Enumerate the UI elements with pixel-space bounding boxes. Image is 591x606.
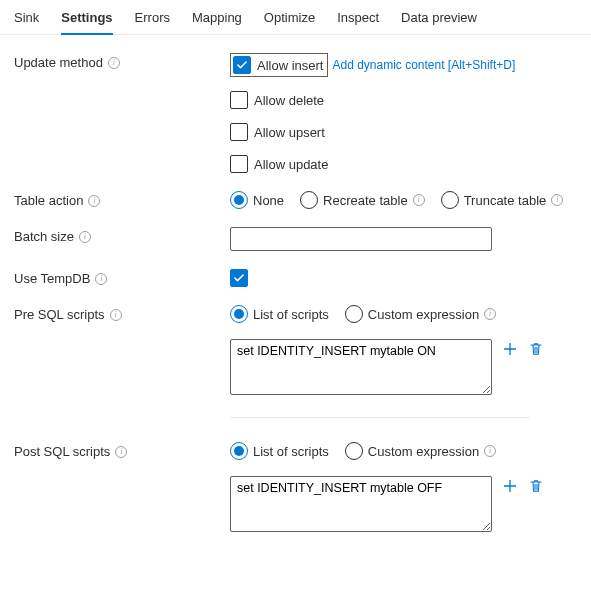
pre-sql-mode-custom[interactable]: Custom expression (345, 305, 496, 323)
tab-mapping[interactable]: Mapping (192, 6, 242, 34)
tab-errors[interactable]: Errors (135, 6, 170, 34)
add-icon[interactable] (502, 341, 518, 357)
add-dynamic-content-link[interactable]: Add dynamic content [Alt+Shift+D] (332, 58, 515, 72)
tab-inspect[interactable]: Inspect (337, 6, 379, 34)
tab-data-preview[interactable]: Data preview (401, 6, 477, 34)
info-icon[interactable] (108, 57, 120, 69)
tab-optimize[interactable]: Optimize (264, 6, 315, 34)
allow-insert-label: Allow insert (257, 58, 323, 73)
table-action-label: Table action (14, 193, 83, 208)
pre-sql-label: Pre SQL scripts (14, 307, 105, 322)
use-tempdb-label: Use TempDB (14, 271, 90, 286)
add-icon[interactable] (502, 478, 518, 494)
allow-update-label: Allow update (254, 157, 328, 172)
tab-sink[interactable]: Sink (14, 6, 39, 34)
tab-settings[interactable]: Settings (61, 6, 112, 35)
tabs: Sink Settings Errors Mapping Optimize In… (0, 0, 591, 35)
pre-sql-script-textarea[interactable] (230, 339, 492, 395)
allow-insert-checkbox[interactable]: Allow insert (230, 53, 328, 77)
info-icon[interactable] (95, 273, 107, 285)
allow-update-checkbox[interactable]: Allow update (230, 155, 577, 173)
batch-size-input[interactable] (230, 227, 492, 251)
allow-upsert-checkbox[interactable]: Allow upsert (230, 123, 577, 141)
delete-icon[interactable] (528, 478, 544, 494)
divider (230, 417, 530, 418)
info-icon[interactable] (110, 309, 122, 321)
use-tempdb-checkbox[interactable] (230, 269, 248, 287)
allow-upsert-label: Allow upsert (254, 125, 325, 140)
info-icon[interactable] (88, 195, 100, 207)
table-action-truncate[interactable]: Truncate table (441, 191, 564, 209)
post-sql-label: Post SQL scripts (14, 444, 110, 459)
info-icon[interactable] (484, 308, 496, 320)
info-icon[interactable] (115, 446, 127, 458)
pre-sql-mode-list[interactable]: List of scripts (230, 305, 329, 323)
info-icon[interactable] (79, 231, 91, 243)
post-sql-script-textarea[interactable] (230, 476, 492, 532)
post-sql-mode-list[interactable]: List of scripts (230, 442, 329, 460)
table-action-none[interactable]: None (230, 191, 284, 209)
info-icon[interactable] (551, 194, 563, 206)
info-icon[interactable] (484, 445, 496, 457)
allow-delete-label: Allow delete (254, 93, 324, 108)
batch-size-label: Batch size (14, 229, 74, 244)
update-method-label: Update method (14, 55, 103, 70)
table-action-recreate[interactable]: Recreate table (300, 191, 425, 209)
allow-delete-checkbox[interactable]: Allow delete (230, 91, 577, 109)
post-sql-mode-custom[interactable]: Custom expression (345, 442, 496, 460)
delete-icon[interactable] (528, 341, 544, 357)
info-icon[interactable] (413, 194, 425, 206)
